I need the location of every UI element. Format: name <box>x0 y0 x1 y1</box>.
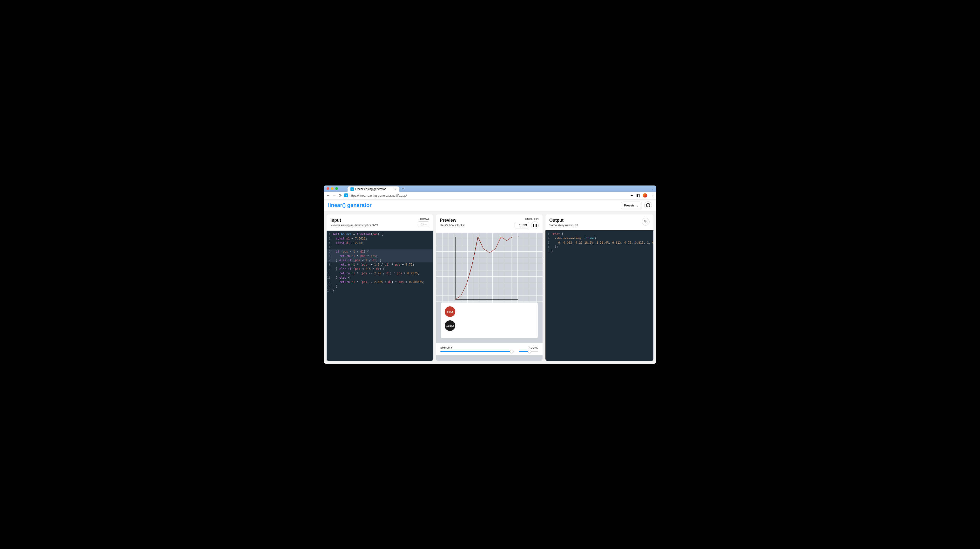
format-label: FORMAT <box>418 218 429 220</box>
window-controls <box>326 187 338 190</box>
url-text: https://linear-easing-generator.netlify.… <box>350 194 407 197</box>
main-panels: Input Provide easing as JavaScript or SV… <box>324 212 656 364</box>
titlebar: ⎓ Linear easing generator × + ⌄ <box>324 185 656 192</box>
input-subtitle: Provide easing as JavaScript or SVG <box>331 223 378 227</box>
close-tab-button[interactable]: × <box>395 187 396 191</box>
reload-button[interactable]: ⟳ <box>339 193 342 198</box>
preview-panel: Preview Here's how it looks: DURATION ❚❚ <box>436 214 542 361</box>
format-select[interactable]: JS ⌄ <box>418 222 429 227</box>
github-link[interactable] <box>644 201 652 209</box>
chevron-down-icon: ⌄ <box>425 223 427 226</box>
input-code-editor[interactable]: 1self.bounce = function(pos) {2 const n1… <box>326 231 433 361</box>
favicon-icon: ⎓ <box>350 187 354 191</box>
forward-button[interactable]: → <box>332 193 336 198</box>
new-tab-button[interactable]: + <box>400 186 406 191</box>
close-window-button[interactable] <box>326 187 329 190</box>
toolbar-icons: ✦ ◧ ⋮ <box>630 193 654 198</box>
browser-window: ⎓ Linear easing generator × + ⌄ ← → ⟳ ⎓ … <box>324 185 656 364</box>
back-button[interactable]: ← <box>326 193 330 198</box>
preview-subtitle: Here's how it looks: <box>440 223 465 227</box>
minimize-window-button[interactable] <box>331 187 334 190</box>
play-pause-button[interactable]: ❚❚ <box>531 222 539 229</box>
round-label: ROUND <box>519 346 538 349</box>
output-title: Output <box>549 218 578 223</box>
input-ball: Input <box>445 306 455 317</box>
input-title: Input <box>331 218 378 223</box>
output-ball: Output <box>445 320 455 331</box>
output-subtitle: Some shiny new CSS! <box>549 223 578 227</box>
output-panel: Output Some shiny new CSS! 1:root {2 --b… <box>546 214 654 361</box>
preview-title: Preview <box>440 218 465 223</box>
animation-demo: Input Output <box>441 302 538 338</box>
pause-icon: ❚❚ <box>532 223 538 227</box>
output-code-editor[interactable]: 1:root {2 --bounce-easing: linear(3 0, 0… <box>546 230 654 361</box>
tab-strip: ⎓ Linear easing generator × + <box>348 185 406 192</box>
round-slider[interactable] <box>519 351 538 352</box>
sliders-row: SIMPLIFY ROUND <box>436 343 542 355</box>
panel-icon[interactable]: ◧ <box>636 193 640 198</box>
maximize-window-button[interactable] <box>335 187 338 190</box>
simplify-label: SIMPLIFY <box>440 346 512 349</box>
duration-label: DURATION <box>525 218 539 220</box>
app-header: linear() generator Presets ⌄ <box>324 199 656 212</box>
address-bar: ← → ⟳ ⎓ https://linear-easing-generator.… <box>324 192 656 199</box>
simplify-slider[interactable] <box>440 351 512 352</box>
input-panel: Input Provide easing as JavaScript or SV… <box>326 214 433 361</box>
copy-icon <box>644 220 648 223</box>
site-icon: ⎓ <box>344 193 348 197</box>
extensions-icon[interactable]: ✦ <box>630 193 633 198</box>
easing-graph <box>436 233 542 302</box>
chevron-down-icon: ⌄ <box>636 204 639 207</box>
github-icon <box>646 203 650 207</box>
copy-button[interactable] <box>642 218 649 225</box>
presets-dropdown[interactable]: Presets ⌄ <box>621 202 642 209</box>
tab-title: Linear easing generator <box>355 187 386 191</box>
url-input[interactable]: ⎓ https://linear-easing-generator.netlif… <box>344 193 628 197</box>
format-value: JS <box>420 223 423 226</box>
profile-avatar[interactable] <box>643 193 647 198</box>
browser-tab[interactable]: ⎓ Linear easing generator × <box>348 187 399 192</box>
graph-svg <box>455 237 518 300</box>
duration-input[interactable] <box>515 222 529 228</box>
tabs-overflow-button[interactable]: ⌄ <box>651 187 654 190</box>
app-title: linear() generator <box>328 202 372 208</box>
svg-rect-2 <box>645 221 647 223</box>
presets-label: Presets <box>624 204 635 207</box>
menu-button[interactable]: ⋮ <box>650 193 654 198</box>
